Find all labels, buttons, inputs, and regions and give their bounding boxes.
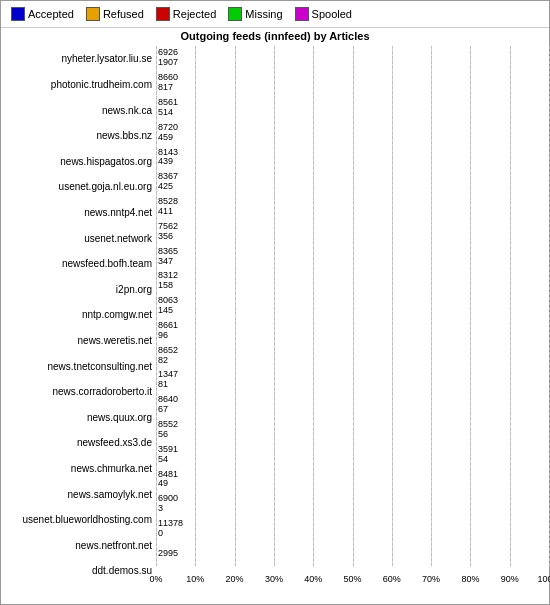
bar-value-label-14: 864067 (158, 395, 178, 415)
bar-row-3: 8720459 (156, 120, 549, 145)
y-label-11: news.weretis.net (5, 335, 152, 346)
bar-row-17: 848149 (156, 467, 549, 492)
y-label-20: ddt.demos.su (5, 565, 152, 576)
bar-val2-2: 514 (158, 108, 178, 118)
y-label-9: i2pn.org (5, 284, 152, 295)
bar-value-label-20: 2995 (158, 549, 178, 559)
bar-row-7: 7562356 (156, 219, 549, 244)
bars-area: 6926190786608178561514872045981434398367… (156, 46, 549, 602)
bar-val2-1: 817 (158, 83, 178, 93)
bar-row-2: 8561514 (156, 96, 549, 121)
bar-val2-12: 82 (158, 356, 178, 366)
bar-row-1: 8660817 (156, 71, 549, 96)
x-tick-0: 0% (149, 574, 162, 584)
legend-item-spooled: Spooled (295, 7, 352, 21)
bar-val2-16: 54 (158, 455, 178, 465)
y-label-16: news.chmurka.net (5, 463, 152, 474)
refused-legend-box (86, 7, 100, 21)
accepted-legend-box (11, 7, 25, 21)
x-tick-3: 30% (265, 574, 283, 584)
bar-value-label-15: 855256 (158, 420, 178, 440)
bar-row-5: 8367425 (156, 170, 549, 195)
bar-row-11: 866196 (156, 318, 549, 343)
rejected-legend-box (156, 7, 170, 21)
bar-val2-17: 49 (158, 479, 178, 489)
legend-item-rejected: Rejected (156, 7, 216, 21)
x-tick-10: 100% (537, 574, 550, 584)
bar-row-13: 134781 (156, 368, 549, 393)
chart-container: AcceptedRefusedRejectedMissingSpooled Ou… (0, 0, 550, 605)
y-label-4: news.hispagatos.org (5, 156, 152, 167)
bar-val2-11: 96 (158, 331, 178, 341)
x-tick-6: 60% (383, 574, 401, 584)
y-label-0: nyheter.lysator.liu.se (5, 53, 152, 64)
bar-val2-4: 439 (158, 157, 178, 167)
missing-legend-label: Missing (245, 8, 282, 20)
legend: AcceptedRefusedRejectedMissingSpooled (1, 1, 549, 28)
y-label-5: usenet.goja.nl.eu.org (5, 181, 152, 192)
bars-wrapper: 6926190786608178561514872045981434398367… (156, 46, 549, 566)
bar-val2-9: 158 (158, 281, 178, 291)
bar-value-label-16: 359154 (158, 445, 178, 465)
bar-value-label-5: 8367425 (158, 172, 178, 192)
bar-value-label-7: 7562356 (158, 222, 178, 242)
y-label-18: usenet.blueworldhosting.com (5, 514, 152, 525)
legend-item-refused: Refused (86, 7, 144, 21)
rejected-legend-label: Rejected (173, 8, 216, 20)
x-tick-7: 70% (422, 574, 440, 584)
y-label-14: news.quux.org (5, 412, 152, 423)
x-axis: 0%10%20%30%40%50%60%70%80%90%100% (156, 566, 549, 584)
spooled-legend-box (295, 7, 309, 21)
legend-item-missing: Missing (228, 7, 282, 21)
missing-legend-box (228, 7, 242, 21)
bar-val2-13: 81 (158, 380, 178, 390)
bar-row-4: 8143439 (156, 145, 549, 170)
y-label-2: news.nk.ca (5, 105, 152, 116)
y-label-17: news.samoylyk.net (5, 489, 152, 500)
bar-row-12: 865282 (156, 343, 549, 368)
bar-value-label-9: 8312158 (158, 271, 178, 291)
bar-value-label-19: 113780 (158, 519, 183, 539)
y-label-6: news.nntp4.net (5, 207, 152, 218)
bar-val2-15: 56 (158, 430, 178, 440)
bar-value-label-6: 8528411 (158, 197, 178, 217)
y-label-19: news.netfront.net (5, 540, 152, 551)
bar-val2-5: 425 (158, 182, 178, 192)
bar-row-14: 864067 (156, 393, 549, 418)
bar-val2-0: 1907 (158, 58, 178, 68)
x-tick-1: 10% (186, 574, 204, 584)
legend-item-accepted: Accepted (11, 7, 74, 21)
bar-value-label-13: 134781 (158, 370, 178, 390)
bar-value-label-8: 8365347 (158, 247, 178, 267)
bar-value-label-12: 865282 (158, 346, 178, 366)
y-label-3: news.bbs.nz (5, 130, 152, 141)
bar-row-10: 8063145 (156, 294, 549, 319)
x-tick-5: 50% (343, 574, 361, 584)
bar-val2-19: 0 (158, 529, 183, 539)
bar-val2-8: 347 (158, 257, 178, 267)
bar-val2-10: 145 (158, 306, 178, 316)
x-tick-2: 20% (226, 574, 244, 584)
bar-value-label-0: 69261907 (158, 48, 178, 68)
bar-value-label-3: 8720459 (158, 123, 178, 143)
bar-row-19: 113780 (156, 517, 549, 542)
x-tick-4: 40% (304, 574, 322, 584)
chart-area: nyheter.lysator.liu.sephotonic.trudheim.… (1, 44, 549, 604)
bar-row-9: 8312158 (156, 269, 549, 294)
x-tick-8: 80% (461, 574, 479, 584)
bar-value-label-4: 8143439 (158, 148, 178, 168)
bar-value-label-18: 69003 (158, 494, 178, 514)
x-tick-9: 90% (501, 574, 519, 584)
bar-val2-3: 459 (158, 133, 178, 143)
bar-row-20: 2995 (156, 541, 549, 566)
y-label-13: news.corradoroberto.it (5, 386, 152, 397)
y-labels: nyheter.lysator.liu.sephotonic.trudheim.… (1, 46, 156, 602)
y-label-8: newsfeed.bofh.team (5, 258, 152, 269)
bar-row-15: 855256 (156, 417, 549, 442)
bar-val2-6: 411 (158, 207, 178, 217)
bar-val2-7: 356 (158, 232, 178, 242)
bar-val2-18: 3 (158, 504, 178, 514)
bar-row-6: 8528411 (156, 195, 549, 220)
y-label-12: news.tnetconsulting.net (5, 361, 152, 372)
bar-value-label-11: 866196 (158, 321, 178, 341)
